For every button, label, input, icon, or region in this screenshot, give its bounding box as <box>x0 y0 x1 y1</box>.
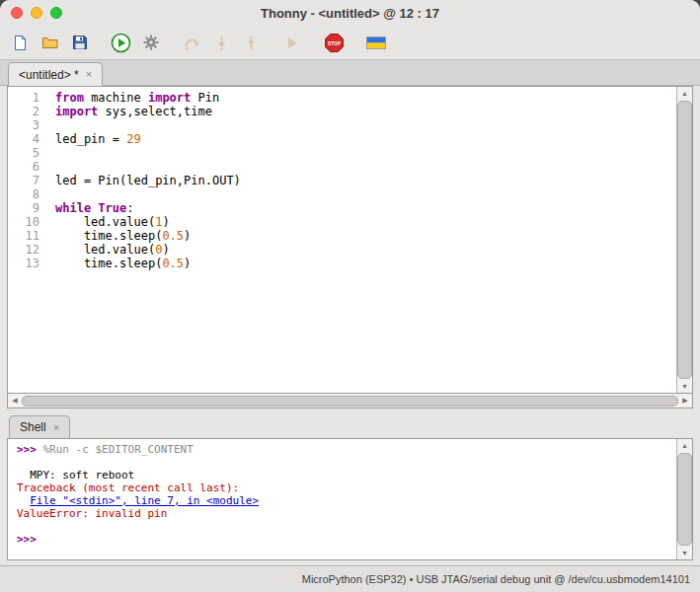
shell-line: Traceback (most recent call last): <box>17 481 676 494</box>
debug-script-button[interactable] <box>138 31 163 55</box>
code-line: led_pin = 29 <box>55 132 676 146</box>
shell-line: MPY: soft reboot <box>17 469 676 481</box>
line-number: 2 <box>8 105 39 118</box>
scrollbar-thumb[interactable] <box>677 453 692 546</box>
statusbar: MicroPython (ESP32) • USB JTAG/serial de… <box>0 565 700 592</box>
code-line: led.value(0) <box>55 243 676 257</box>
token-cmd: %Run -c $EDITOR_CONTENT <box>43 443 194 456</box>
code-line: while True: <box>55 201 676 215</box>
editor-vertical-scrollbar[interactable]: ▲ ▼ <box>676 87 692 393</box>
scroll-up-icon[interactable]: ▲ <box>677 87 692 100</box>
scroll-down-icon[interactable]: ▼ <box>677 380 692 393</box>
step-over-icon <box>184 36 201 50</box>
scrollbar-track[interactable] <box>677 100 692 380</box>
scrollbar-thumb[interactable] <box>22 396 678 407</box>
token-plain: led_pin = <box>55 132 126 146</box>
token-plain: Pin <box>191 91 219 105</box>
shell-line <box>17 520 676 533</box>
code-line: from machine import Pin <box>55 91 676 105</box>
editor-horizontal-scrollbar[interactable]: ◀ ▶ <box>7 394 693 408</box>
svg-text:STOP: STOP <box>328 40 342 45</box>
token-plain: ) <box>162 215 169 229</box>
window-title: Thonny - <untitled> @ 12 : 17 <box>261 6 439 21</box>
open-icon <box>41 35 59 50</box>
line-number: 7 <box>8 174 39 187</box>
line-number: 3 <box>8 118 39 132</box>
shell-line: File "<stdin>", line 7, in <module> <box>17 494 676 507</box>
code-line <box>55 146 676 160</box>
line-number: 4 <box>8 132 39 146</box>
token-plain: machine <box>84 91 148 105</box>
token-err: ValueError: invalid pin <box>17 507 167 520</box>
line-number: 5 <box>8 146 39 160</box>
token-plain: led.value( <box>55 215 155 229</box>
open-file-button[interactable] <box>38 31 62 55</box>
shell-vertical-scrollbar[interactable]: ▲ ▼ <box>676 439 692 559</box>
shell-line: >>> %Run -c $EDITOR_CONTENT <box>17 443 676 456</box>
save-file-button[interactable] <box>67 31 92 55</box>
scrollbar-thumb[interactable] <box>677 101 692 379</box>
save-icon <box>72 35 88 50</box>
code-line: time.sleep(0.5) <box>55 257 676 270</box>
shell-pane: >>> %Run -c $EDITOR_CONTENT MPY: soft re… <box>7 438 693 560</box>
new-file-button[interactable] <box>8 31 33 55</box>
close-window-button[interactable] <box>11 7 23 19</box>
debug-icon <box>142 34 160 51</box>
line-number: 13 <box>8 257 39 270</box>
token-plain: time.sleep( <box>55 229 162 243</box>
token-out: MPY: soft reboot <box>17 469 134 481</box>
zoom-window-button[interactable] <box>50 7 62 19</box>
token-kw: import <box>55 105 98 118</box>
traceback-link[interactable]: File "<stdin>", line 7, in <module> <box>30 494 259 507</box>
shell-tabbar: Shell × <box>7 408 693 438</box>
line-number: 10 <box>8 215 39 229</box>
support-ukraine-button[interactable] <box>363 31 388 55</box>
token-plain: led = Pin(led_pin,Pin.OUT) <box>55 174 241 187</box>
minimize-window-button[interactable] <box>31 7 42 19</box>
scrollbar-track[interactable] <box>677 452 692 547</box>
code-line: import sys,select,time <box>55 105 676 118</box>
shell-output[interactable]: >>> %Run -c $EDITOR_CONTENT MPY: soft re… <box>8 439 676 559</box>
line-number-gutter: 12345678910111213 <box>8 87 46 393</box>
scroll-up-icon[interactable]: ▲ <box>677 439 692 452</box>
new-icon <box>12 35 29 51</box>
line-number: 11 <box>8 229 39 243</box>
step-into-button <box>209 31 234 55</box>
thonny-window: Thonny - <untitled> @ 12 : 17 STOP <unti… <box>0 0 700 592</box>
token-plain: ) <box>184 229 191 243</box>
tab-close-icon[interactable]: × <box>86 69 92 80</box>
tab-shell[interactable]: Shell × <box>9 415 70 438</box>
scroll-down-icon[interactable]: ▼ <box>677 547 692 559</box>
token-kw: while <box>55 201 91 215</box>
token-plain: ) <box>162 243 169 257</box>
code-line: time.sleep(0.5) <box>55 229 676 243</box>
token-plain: led.value( <box>55 243 155 257</box>
resume-button <box>280 31 305 55</box>
scrollbar-track[interactable] <box>22 394 678 407</box>
titlebar: Thonny - <untitled> @ 12 : 17 <box>0 0 700 26</box>
token-plain: time.sleep( <box>55 257 162 270</box>
token-err: Traceback (most recent call last): <box>17 481 239 494</box>
interpreter-status[interactable]: MicroPython (ESP32) • USB JTAG/serial de… <box>302 573 690 585</box>
shell-tab-close-icon[interactable]: × <box>53 422 59 433</box>
main-area: 12345678910111213 from machine import Pi… <box>0 86 700 565</box>
token-prompt: >>> <box>17 443 43 456</box>
scroll-right-icon[interactable]: ▶ <box>678 397 692 405</box>
stop-restart-button[interactable]: STOP <box>322 31 347 55</box>
token-kw: True <box>98 201 126 215</box>
run-script-button[interactable] <box>109 31 133 55</box>
token-num: 0.5 <box>162 229 184 243</box>
token-plain: sys,select,time <box>98 105 212 118</box>
line-number: 1 <box>8 91 39 105</box>
scroll-left-icon[interactable]: ◀ <box>8 397 22 405</box>
token-num: 0.5 <box>162 257 184 270</box>
toolbar: STOP <box>0 26 700 59</box>
token-plain: ) <box>184 257 191 270</box>
run-icon <box>111 33 131 53</box>
code-line: led.value(1) <box>55 215 676 229</box>
tab-label: <untitled> * <box>19 68 79 82</box>
token-kw: from <box>55 91 84 105</box>
token-num: 29 <box>126 132 140 146</box>
code-editor[interactable]: from machine import Pinimport sys,select… <box>46 87 676 393</box>
tab-untitled[interactable]: <untitled> * × <box>8 62 103 86</box>
